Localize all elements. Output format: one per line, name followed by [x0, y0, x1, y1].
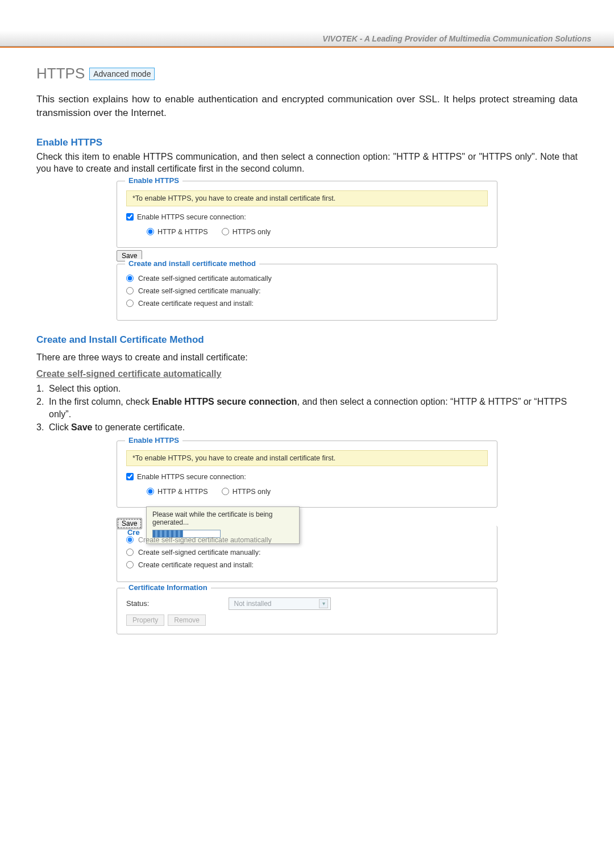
status-value: Not installed	[234, 600, 271, 608]
enable-https-panel-2: Enable HTTPS *To enable HTTPS, you have …	[117, 441, 497, 634]
http-and-https-radio[interactable]	[147, 228, 154, 235]
cert-manual-label: Create self-signed certificate manually:	[138, 287, 260, 295]
step-3-num: 3.	[36, 421, 49, 434]
cert-info-fieldset: Certificate Information Status: Not inst…	[117, 588, 497, 634]
cert-request-radio-2[interactable]	[126, 561, 134, 568]
auto-cert-subheading: Create self-signed certificate automatic…	[36, 369, 221, 379]
create-install-lead: There are three ways to create and insta…	[36, 351, 578, 364]
remove-button: Remove	[168, 614, 206, 626]
cert-auto-radio[interactable]	[126, 275, 134, 282]
enable-https-legend: Enable HTTPS	[125, 176, 182, 185]
https-only-radio[interactable]	[222, 228, 229, 235]
https-only-radio-2[interactable]	[222, 488, 229, 495]
enable-https-checkbox-label-2: Enable HTTPS secure connection:	[137, 473, 246, 481]
step-3-text: Click Save to generate certificate.	[49, 421, 185, 434]
enable-https-legend-2: Enable HTTPS	[125, 436, 182, 445]
generating-tooltip-text: Please wait while the certificate is bei…	[152, 510, 272, 526]
step-2-text: In the first column, check Enable HTTPS …	[49, 396, 578, 421]
cert-method-fieldset: Create and install certificate method Cr…	[117, 264, 497, 321]
header-bar: VIVOTEK - A Leading Provider of Multimed…	[0, 31, 614, 47]
cert-info-legend: Certificate Information	[125, 583, 211, 592]
cert-auto-label-2: Create self-signed certificate automatic…	[138, 536, 272, 544]
enable-https-fieldset-2: Enable HTTPS *To enable HTTPS, you have …	[117, 441, 497, 508]
step-1-text: Select this option.	[49, 383, 121, 395]
cert-method-fieldset-2: Create self-signed certificate automatic…	[117, 526, 497, 582]
cert-request-label-2: Create certificate request and install:	[138, 561, 254, 569]
intro-paragraph: This section explains how to enable auth…	[36, 93, 578, 120]
cert-manual-radio-2[interactable]	[126, 549, 134, 556]
enable-https-checkbox-2[interactable]	[126, 473, 134, 480]
enable-https-checkbox[interactable]	[126, 213, 134, 221]
https-only-label: HTTPS only	[233, 228, 271, 236]
cert-manual-label-2: Create self-signed certificate manually:	[138, 549, 260, 556]
steps-list: 1.Select this option. 2. In the first co…	[36, 383, 578, 434]
enable-https-fieldset: Enable HTTPS *To enable HTTPS, you have …	[117, 181, 497, 248]
enable-https-desc: Check this item to enable HTTPS communic…	[36, 151, 578, 175]
page-title: HTTPS	[36, 65, 85, 82]
step-1-num: 1.	[36, 383, 49, 395]
status-label: Status:	[126, 599, 149, 608]
cert-method-legend: Create and install certificate method	[125, 259, 259, 268]
https-only-label-2: HTTPS only	[233, 488, 271, 496]
cert-auto-label: Create self-signed certificate automatic…	[138, 275, 272, 283]
https-notice: *To enable HTTPS, you have to create and…	[126, 190, 488, 206]
chevron-down-icon: ▾	[319, 599, 328, 608]
https-notice-2: *To enable HTTPS, you have to create and…	[126, 450, 488, 466]
http-and-https-label: HTTP & HTTPS	[157, 228, 208, 236]
enable-https-checkbox-label: Enable HTTPS secure connection:	[137, 213, 246, 221]
create-install-heading: Create and Install Certificate Method	[36, 334, 578, 346]
cert-request-label: Create certificate request and install:	[138, 300, 254, 308]
advanced-mode-badge: Advanced mode	[89, 68, 155, 80]
enable-https-panel-1: Enable HTTPS *To enable HTTPS, you have …	[117, 181, 497, 321]
cert-request-radio[interactable]	[126, 300, 134, 307]
header-tagline: VIVOTEK - A Leading Provider of Multimed…	[322, 34, 591, 43]
http-and-https-label-2: HTTP & HTTPS	[157, 488, 208, 496]
enable-https-heading: Enable HTTPS	[36, 137, 578, 148]
cert-auto-radio-2[interactable]	[126, 536, 134, 543]
status-dropdown[interactable]: Not installed ▾	[229, 597, 331, 610]
cert-manual-radio[interactable]	[126, 287, 134, 294]
step-2-num: 2.	[36, 396, 49, 421]
property-button: Property	[126, 614, 164, 626]
http-and-https-radio-2[interactable]	[147, 488, 154, 495]
